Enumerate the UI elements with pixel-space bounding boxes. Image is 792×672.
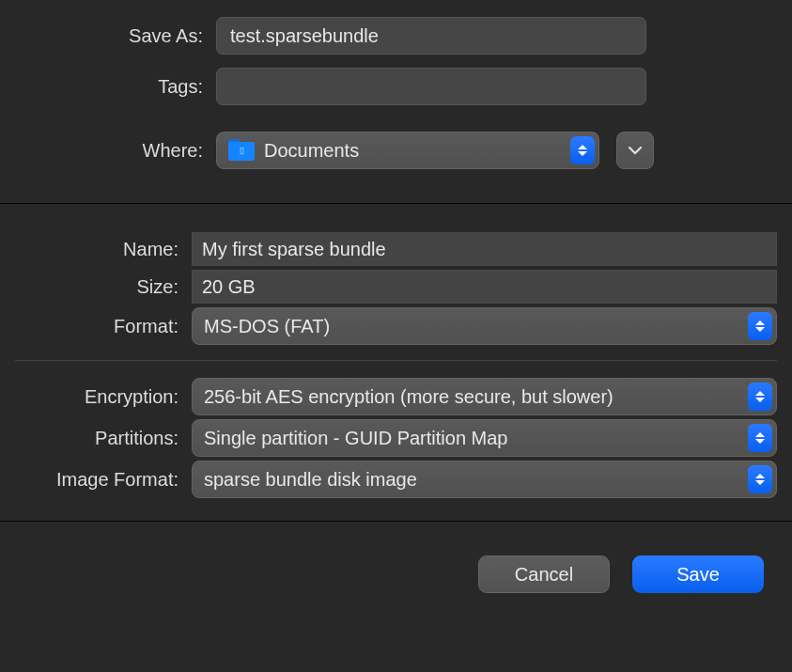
size-label: Size: — [15, 276, 192, 298]
updown-arrows-icon — [748, 383, 772, 411]
cancel-button[interactable]: Cancel — [478, 555, 610, 593]
tags-input[interactable] — [216, 68, 646, 105]
name-input[interactable] — [192, 232, 777, 266]
encryption-value: 256-bit AES encryption (more secure, but… — [204, 386, 613, 408]
tags-label: Tags: — [0, 76, 216, 98]
divider — [15, 360, 777, 361]
encryption-row: Encryption: 256-bit AES encryption (more… — [15, 378, 777, 415]
image-format-dropdown[interactable]: sparse bundle disk image — [192, 461, 777, 498]
updown-arrows-icon — [570, 136, 595, 164]
name-label: Name: — [15, 239, 192, 260]
save-as-row: Save As: — [0, 17, 792, 55]
where-label: Where: — [0, 140, 216, 162]
updown-arrows-icon — [748, 465, 772, 493]
save-panel-top: Save As: Tags: Where: ▯ Documents — [0, 0, 792, 203]
format-value: MS-DOS (FAT) — [204, 316, 330, 337]
where-dropdown[interactable]: ▯ Documents — [216, 132, 599, 169]
partitions-value: Single partition - GUID Partition Map — [204, 428, 507, 449]
save-button[interactable]: Save — [632, 555, 764, 593]
updown-arrows-icon — [748, 312, 772, 340]
name-row: Name: — [15, 232, 777, 266]
size-row: Size: — [15, 270, 777, 304]
dialog-buttons: Cancel Save — [0, 521, 792, 612]
size-input[interactable] — [192, 270, 777, 304]
partitions-label: Partitions: — [15, 428, 192, 449]
updown-arrows-icon — [748, 424, 772, 452]
expand-button[interactable] — [616, 132, 654, 169]
tags-row: Tags: — [0, 68, 792, 105]
format-label: Format: — [15, 316, 192, 337]
format-row: Format: MS-DOS (FAT) — [15, 307, 777, 345]
folder-icon: ▯ — [228, 140, 255, 161]
encryption-label: Encryption: — [15, 386, 192, 408]
where-row: Where: ▯ Documents — [0, 132, 792, 169]
image-options-panel: Name: Size: Format: MS-DOS (FAT) Encrypt… — [0, 203, 792, 521]
partitions-row: Partitions: Single partition - GUID Part… — [15, 419, 777, 457]
save-as-input[interactable] — [216, 17, 646, 55]
chevron-down-icon — [629, 147, 642, 155]
image-format-value: sparse bundle disk image — [204, 469, 417, 491]
encryption-dropdown[interactable]: 256-bit AES encryption (more secure, but… — [192, 378, 777, 415]
image-format-row: Image Format: sparse bundle disk image — [15, 461, 777, 498]
where-value: Documents — [264, 140, 359, 162]
format-dropdown[interactable]: MS-DOS (FAT) — [192, 307, 777, 345]
save-as-label: Save As: — [0, 25, 216, 47]
partitions-dropdown[interactable]: Single partition - GUID Partition Map — [192, 419, 777, 457]
image-format-label: Image Format: — [15, 469, 192, 491]
